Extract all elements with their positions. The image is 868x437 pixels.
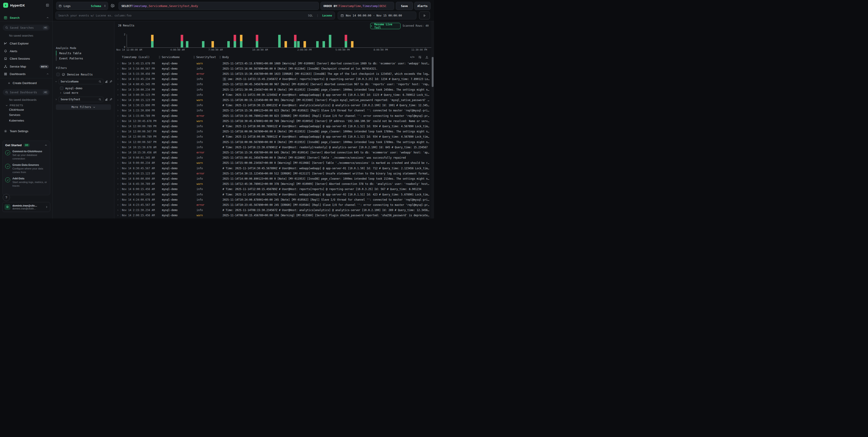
events-histogram[interactable] [127,34,432,47]
table-row[interactable]: Nov 14 8:30:45.567 AMmysql-demoinfo# Tim… [115,166,434,171]
column-header-servicename[interactable]: ServiceName [159,56,180,59]
row-expand-chevron-icon[interactable] [117,109,119,112]
order-by-editor[interactable]: ORDER BY (TimestampTime, Timestamp) DESC [320,2,394,10]
sidebar-collapse-icon[interactable] [46,3,49,7]
alerts-button[interactable]: Alerts [414,2,431,10]
table-row[interactable]: Nov 14 12:00:00.567 PMmysql-demoinfo2025… [115,129,434,134]
view-source-code-icon[interactable]: </> [410,56,414,59]
table-row[interactable]: Nov 14 1:15:00.789 PMmysql-demoerror2025… [115,113,434,119]
table-row[interactable]: Nov 14 12:30:45.678 PMmysql-demowarn2025… [115,119,434,124]
schema-select[interactable]: Schema [91,4,101,8]
search-icon[interactable] [99,98,101,101]
chevron-up-icon[interactable] [44,144,47,147]
column-header-body[interactable]: Body [219,56,229,59]
vertical-scrollbar[interactable] [431,21,434,218]
get-started-item[interactable]: Create Data SourcesConfigure where your … [5,163,47,174]
sidebar-item-client-sessions[interactable]: Client Sessions [2,56,51,62]
drag-handle-icon[interactable] [219,56,221,59]
row-expand-chevron-icon[interactable] [117,136,119,138]
table-row[interactable]: Nov 14 5:45:15.678 PMmysql-demowarn2025-… [115,61,434,66]
histogram-bar[interactable] [227,41,230,47]
row-expand-chevron-icon[interactable] [117,62,119,65]
histogram-bar[interactable] [294,35,297,47]
chevron-up-icon[interactable] [46,73,49,75]
get-started-item[interactable]: Add DataStart sending logs, metrics, or … [5,177,47,188]
lang-toggle-sql[interactable]: SQL [308,14,313,17]
row-expand-chevron-icon[interactable] [117,146,119,148]
histogram-bar[interactable] [278,35,281,47]
help-button[interactable]: ? [3,194,10,201]
sidebar-preset-clickhouse[interactable]: ClickHouse [9,108,24,111]
user-account-button[interactable]: D dominic.tran@clic... dominic.tran@clic… [2,202,50,212]
sidebar-preset-services[interactable]: Services [9,113,20,116]
row-expand-chevron-icon[interactable] [117,199,119,201]
histogram-bar[interactable] [297,41,300,47]
analysis-mode-event-patterns[interactable]: Event Patterns [56,56,111,61]
sidebar-preset-kubernetes[interactable]: Kubernetes [9,119,24,122]
scrollbar-thumb[interactable] [432,57,434,87]
checkbox[interactable] [60,87,63,90]
histogram-bar[interactable] [316,41,319,47]
row-expand-chevron-icon[interactable] [117,162,119,164]
sidebar-item-service-map[interactable]: Service MapBETA [2,64,51,70]
histogram-bar[interactable] [151,35,154,47]
histogram-bar[interactable] [351,41,353,47]
denoise-results-toggle[interactable]: Denoise Results [56,73,93,76]
table-row[interactable]: Nov 14 12:00:00.567 PMmysql-demoinfo2025… [115,139,434,145]
row-expand-chevron-icon[interactable] [117,172,119,175]
table-row[interactable]: Nov 14 1:30:15.890 PMmysql-demoinfo# Tim… [115,103,434,108]
table-row[interactable]: Nov 14 6:45:30.789 AMmysql-demowarn2025-… [115,181,434,187]
row-expand-chevron-icon[interactable] [117,183,119,185]
create-dashboard-button[interactable]: Create Dashboard [2,80,51,86]
histogram-bar[interactable] [256,35,258,47]
text-wrap-icon[interactable] [418,55,422,59]
chevron-up-icon[interactable] [46,16,49,19]
histogram-bar[interactable] [240,35,243,47]
row-expand-chevron-icon[interactable] [117,99,119,101]
lucene-search-input[interactable]: Search your events w/ Lucene ex. column:… [55,11,335,20]
filter-group-search-box[interactable]: SeverityText [59,97,103,102]
load-more-button[interactable]: Load more [60,91,78,95]
table-row[interactable]: Nov 14 4:15:45.234 PMmysql-demoinfoime: … [115,77,434,82]
table-row[interactable]: Nov 14 3:00:30.123 PMmysql-demoinfo# Tim… [115,92,434,97]
saved-searches-input[interactable]: Saved Searches ⌘K [3,25,50,31]
sql-select-editor[interactable]: SELECT Timestamp ,ServiceName,SeverityTe… [119,2,319,10]
bar-chart-icon[interactable] [105,98,108,101]
checkbox[interactable] [56,73,60,76]
row-expand-chevron-icon[interactable] [117,120,119,122]
column-header-timestamp[interactable]: Timestamp (Local) [122,56,150,59]
table-row[interactable]: Nov 14 8:00:00.890 AMmysql-demoinfo2025-… [115,176,434,181]
search-icon[interactable] [99,80,101,83]
download-icon[interactable] [425,55,429,59]
row-expand-chevron-icon[interactable] [117,83,119,86]
table-row[interactable]: Nov 14 4:24:00.678 AMmysql-demoinfo2025-… [115,197,434,202]
query-settings-gear-icon[interactable] [111,4,115,8]
filter-value-mysql-demo[interactable]: mysql-demo [60,87,82,90]
sidebar-item-dashboards[interactable]: Dashboards [2,71,51,77]
more-filters-button[interactable]: More filters [56,104,111,110]
bar-chart-icon[interactable] [105,80,108,83]
row-expand-chevron-icon[interactable] [117,125,119,128]
run-query-button[interactable] [419,11,430,20]
row-expand-chevron-icon[interactable] [117,78,119,80]
row-expand-chevron-icon[interactable] [117,115,119,117]
table-row[interactable]: Nov 14 1:15:30.890 PMmysql-demoinfo2025-… [115,108,434,113]
table-row[interactable]: Nov 14 8:30:15.123 AMmysql-demoerror2025… [115,171,434,176]
row-expand-chevron-icon[interactable] [117,178,119,180]
row-expand-chevron-icon[interactable] [117,157,119,159]
presets-section-header[interactable]: PRESETS [5,104,23,107]
filter-group-search-box[interactable]: ServiceName [59,79,103,84]
get-started-item[interactable]: Connect to ClickHouseSet up your databas… [5,150,47,161]
row-expand-chevron-icon[interactable] [117,130,119,133]
row-expand-chevron-icon[interactable] [117,141,119,143]
table-row[interactable]: Nov 14 5:15:30.456 PMmysql-demoerror2025… [115,71,434,76]
histogram-bar[interactable] [322,41,325,47]
date-range-picker[interactable]: 1 Nov 14 00:00:00 - Nov 15 00:00:00 [338,11,416,20]
saved-dashboards-input[interactable]: Saved Dashboards ⌘K [3,89,50,95]
row-expand-chevron-icon[interactable] [117,188,119,190]
table-row[interactable]: Nov 14 4:23:45.567 AMmysql-demoerror2025… [115,202,434,207]
row-expand-chevron-icon[interactable] [117,73,119,75]
source-selector[interactable]: Logs Schema [56,2,108,10]
row-expand-chevron-icon[interactable] [117,89,119,91]
table-row[interactable]: Nov 14 2:00:15.123 PMmysql-demowarn2025-… [115,97,434,103]
